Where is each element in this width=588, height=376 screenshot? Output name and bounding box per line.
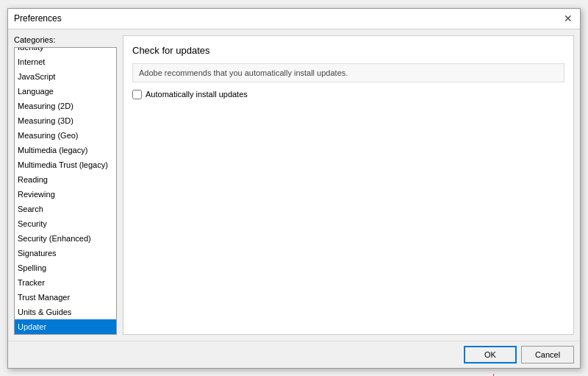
list-item[interactable]: Search [15,202,116,216]
list-item[interactable]: Reading [15,172,116,187]
list-item[interactable]: Measuring (Geo) [15,128,116,143]
list-item[interactable]: Trust Manager [15,290,116,305]
dialog-footer: OK ↓ Cancel [8,341,580,368]
categories-list[interactable]: Action WizardAdobe Online ServicesCatalo… [14,47,117,335]
list-item[interactable]: Updater [15,319,116,334]
title-bar: Preferences ✕ [8,9,580,29]
left-panel: Categories: Action WizardAdobe Online Se… [14,35,117,335]
description-text: Adobe recommends that you automatically … [132,63,564,82]
list-item[interactable]: Tracker [15,275,116,290]
list-item[interactable]: Identity [15,47,116,54]
list-item[interactable]: Units & Guides [15,305,116,319]
list-item[interactable]: Measuring (2D) [15,99,116,113]
auto-install-label[interactable]: Automatically install updates [146,90,248,99]
list-item[interactable]: Internet [15,54,116,69]
ok-button[interactable]: OK [464,346,517,363]
right-panel: Check for updates Adobe recommends that … [123,35,574,335]
dialog-body: Categories: Action WizardAdobe Online Se… [8,29,580,341]
preferences-dialog: Preferences ✕ Categories: Action WizardA… [7,8,581,369]
list-item[interactable]: Security (Enhanced) [15,231,116,246]
dialog-title: Preferences [14,13,62,24]
list-item[interactable]: Measuring (3D) [15,113,116,128]
close-button[interactable]: ✕ [562,13,574,24]
cancel-button[interactable]: Cancel [521,346,574,363]
ok-btn-wrapper: OK ↓ [464,346,517,363]
list-item[interactable]: Language [15,84,116,99]
list-item[interactable]: JavaScript [15,69,116,84]
auto-install-checkbox[interactable] [132,90,142,99]
section-title: Check for updates [132,45,564,56]
list-item[interactable]: Signatures [15,246,116,260]
list-item[interactable]: Security [15,216,116,231]
list-item[interactable]: Multimedia (legacy) [15,143,116,157]
list-item[interactable]: Spelling [15,260,116,275]
auto-install-row: Automatically install updates [132,90,564,99]
list-item[interactable]: Reviewing [15,187,116,202]
list-item[interactable]: Multimedia Trust (legacy) [15,157,116,172]
categories-label: Categories: [14,35,117,44]
